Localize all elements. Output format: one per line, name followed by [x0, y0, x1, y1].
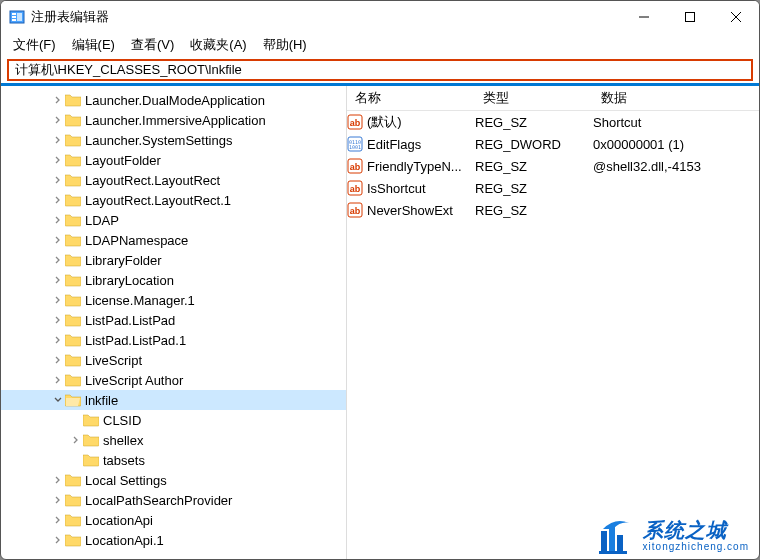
- chevron-right-icon[interactable]: [51, 196, 65, 204]
- chevron-right-icon[interactable]: [51, 156, 65, 164]
- titlebar[interactable]: 注册表编辑器: [1, 1, 759, 33]
- tree-pane[interactable]: Launcher.DualModeApplicationLauncher.Imm…: [1, 86, 347, 560]
- menu-help[interactable]: 帮助(H): [257, 34, 313, 56]
- svg-rect-23: [599, 551, 627, 554]
- tree-item[interactable]: Launcher.DualModeApplication: [1, 90, 346, 110]
- tree-item[interactable]: LayoutRect.LayoutRect: [1, 170, 346, 190]
- workarea: Launcher.DualModeApplicationLauncher.Imm…: [1, 86, 759, 560]
- values-pane[interactable]: 名称 类型 数据 ab(默认)REG_SZShortcut01101001Edi…: [347, 86, 759, 560]
- tree-item-label: LibraryFolder: [85, 253, 162, 268]
- value-row[interactable]: abIsShortcutREG_SZ: [347, 177, 759, 199]
- tree-item[interactable]: CLSID: [1, 410, 346, 430]
- folder-icon: [65, 233, 81, 247]
- tree-item[interactable]: LayoutRect.LayoutRect.1: [1, 190, 346, 210]
- tree-item[interactable]: shellex: [1, 430, 346, 450]
- chevron-right-icon[interactable]: [51, 296, 65, 304]
- menu-view[interactable]: 查看(V): [125, 34, 180, 56]
- chevron-down-icon[interactable]: [51, 396, 65, 404]
- regedit-icon: [9, 9, 25, 25]
- tree-item-label: LDAPNamespace: [85, 233, 188, 248]
- value-row[interactable]: abFriendlyTypeN...REG_SZ@shell32.dll,-41…: [347, 155, 759, 177]
- window-title: 注册表编辑器: [31, 8, 621, 26]
- address-input[interactable]: [13, 62, 747, 79]
- chevron-right-icon[interactable]: [51, 496, 65, 504]
- chevron-right-icon[interactable]: [51, 276, 65, 284]
- minimize-button[interactable]: [621, 1, 667, 33]
- chevron-right-icon[interactable]: [51, 376, 65, 384]
- chevron-right-icon[interactable]: [51, 336, 65, 344]
- maximize-button[interactable]: [667, 1, 713, 33]
- folder-icon: [65, 213, 81, 227]
- value-row[interactable]: ab(默认)REG_SZShortcut: [347, 111, 759, 133]
- tree-item[interactable]: LiveScript Author: [1, 370, 346, 390]
- col-name[interactable]: 名称: [347, 89, 475, 107]
- folder-icon: [65, 93, 81, 107]
- menu-file[interactable]: 文件(F): [7, 34, 62, 56]
- address-bar[interactable]: [7, 59, 753, 81]
- chevron-right-icon[interactable]: [69, 436, 83, 444]
- chevron-right-icon[interactable]: [51, 476, 65, 484]
- chevron-right-icon[interactable]: [51, 96, 65, 104]
- tree-item[interactable]: LocationApi: [1, 510, 346, 530]
- folder-icon: [65, 473, 81, 487]
- chevron-right-icon[interactable]: [51, 236, 65, 244]
- chevron-right-icon[interactable]: [51, 536, 65, 544]
- tree-item-label: Launcher.DualModeApplication: [85, 93, 265, 108]
- close-button[interactable]: [713, 1, 759, 33]
- list-header[interactable]: 名称 类型 数据: [347, 86, 759, 111]
- menu-favorites[interactable]: 收藏夹(A): [184, 34, 252, 56]
- menu-edit[interactable]: 编辑(E): [66, 34, 121, 56]
- tree-item[interactable]: Local Settings: [1, 470, 346, 490]
- tree-item[interactable]: LDAPNamespace: [1, 230, 346, 250]
- folder-icon: [83, 453, 99, 467]
- tree-item[interactable]: LibraryFolder: [1, 250, 346, 270]
- tree-item[interactable]: LiveScript: [1, 350, 346, 370]
- watermark: 系统之城 xitongzhicheng.com: [595, 515, 749, 555]
- tree-item[interactable]: LDAP: [1, 210, 346, 230]
- tree-item-label: LayoutRect.LayoutRect.1: [85, 193, 231, 208]
- string-value-icon: ab: [347, 158, 363, 174]
- chevron-right-icon[interactable]: [51, 516, 65, 524]
- chevron-right-icon[interactable]: [51, 116, 65, 124]
- svg-rect-22: [617, 535, 623, 551]
- tree-item[interactable]: Launcher.ImmersiveApplication: [1, 110, 346, 130]
- value-row[interactable]: 01101001EditFlagsREG_DWORD0x00000001 (1): [347, 133, 759, 155]
- value-data: @shell32.dll,-4153: [585, 159, 759, 174]
- string-value-icon: ab: [347, 202, 363, 218]
- tree-item[interactable]: Launcher.SystemSettings: [1, 130, 346, 150]
- window-buttons: [621, 1, 759, 33]
- tree-item[interactable]: LocationApi.1: [1, 530, 346, 550]
- folder-icon: [65, 253, 81, 267]
- chevron-right-icon[interactable]: [51, 216, 65, 224]
- value-name: FriendlyTypeN...: [367, 159, 462, 174]
- chevron-right-icon[interactable]: [51, 136, 65, 144]
- tree-item-label: LiveScript Author: [85, 373, 183, 388]
- tree-item[interactable]: ListPad.ListPad: [1, 310, 346, 330]
- tree-item[interactable]: LibraryLocation: [1, 270, 346, 290]
- col-data[interactable]: 数据: [593, 89, 759, 107]
- tree-item-label: tabsets: [103, 453, 145, 468]
- tree-item[interactable]: LocalPathSearchProvider: [1, 490, 346, 510]
- watermark-text: 系统之城: [643, 519, 749, 541]
- tree-item[interactable]: tabsets: [1, 450, 346, 470]
- tree-item-label: LiveScript: [85, 353, 142, 368]
- menubar: 文件(F) 编辑(E) 查看(V) 收藏夹(A) 帮助(H): [1, 33, 759, 57]
- chevron-right-icon[interactable]: [51, 176, 65, 184]
- col-type[interactable]: 类型: [475, 89, 593, 107]
- svg-text:ab: ab: [350, 162, 361, 172]
- tree-item[interactable]: LayoutFolder: [1, 150, 346, 170]
- tree-item-label: LocationApi.1: [85, 533, 164, 548]
- folder-icon: [65, 373, 81, 387]
- value-row[interactable]: abNeverShowExtREG_SZ: [347, 199, 759, 221]
- folder-icon: [65, 353, 81, 367]
- chevron-right-icon[interactable]: [51, 256, 65, 264]
- folder-icon: [65, 333, 81, 347]
- tree-item-label: shellex: [103, 433, 143, 448]
- chevron-right-icon[interactable]: [51, 356, 65, 364]
- chevron-right-icon[interactable]: [51, 316, 65, 324]
- tree-item[interactable]: ListPad.ListPad.1: [1, 330, 346, 350]
- tree-item-label: LDAP: [85, 213, 119, 228]
- tree-item[interactable]: lnkfile: [1, 390, 346, 410]
- watermark-icon: [595, 515, 635, 555]
- tree-item[interactable]: License.Manager.1: [1, 290, 346, 310]
